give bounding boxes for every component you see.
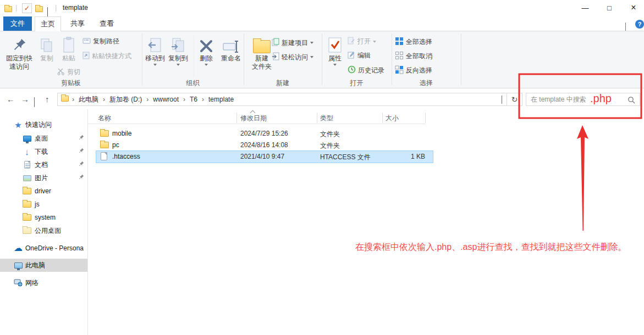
column-divider[interactable] bbox=[236, 113, 237, 123]
minimize-button[interactable]: — bbox=[575, 0, 595, 15]
history-button[interactable]: 历史记录 bbox=[348, 65, 384, 75]
sidebar-item-onedrive[interactable]: ☁ OneDrive - Persona bbox=[0, 242, 87, 255]
column-header-size[interactable]: 大小 bbox=[386, 114, 399, 123]
sidebar-item-driver[interactable]: driver bbox=[0, 185, 87, 198]
invert-selection-button[interactable]: 反向选择 bbox=[395, 65, 432, 76]
sidebar-item-downloads[interactable]: ↓ 下载 bbox=[0, 145, 87, 158]
folder-icon bbox=[22, 201, 32, 208]
crumb-wwwroot[interactable]: wwwroot bbox=[150, 96, 182, 103]
search-icon[interactable] bbox=[628, 96, 635, 106]
easy-access-button[interactable]: 轻松访问 bbox=[272, 52, 313, 62]
open-button[interactable]: 打开 bbox=[348, 37, 376, 46]
file-date: 2024/8/16 14:08 bbox=[240, 141, 288, 149]
properties-icon bbox=[328, 34, 342, 53]
copy-path-button[interactable]: 复制路径 bbox=[82, 37, 119, 46]
sidebar-item-quick-access[interactable]: ★ 快速访问 bbox=[0, 118, 87, 131]
delete-button[interactable]: 删除 bbox=[196, 34, 217, 66]
properties-button[interactable]: 属性 bbox=[323, 34, 346, 66]
qat-properties-icon[interactable]: ✓ bbox=[22, 3, 32, 13]
ribbon: 固定到快 速访问 复制 粘贴 剪切 复制路径 bbox=[0, 31, 644, 88]
tab-share[interactable]: 共享 bbox=[64, 16, 91, 31]
paste-shortcut-button[interactable]: 粘贴快捷方式 bbox=[82, 51, 131, 61]
move-to-button[interactable]: 移动到 bbox=[143, 34, 167, 66]
rename-button[interactable]: 重命名 bbox=[218, 34, 244, 63]
sidebar-item-desktop[interactable]: 桌面 bbox=[0, 132, 87, 145]
tab-view[interactable]: 查看 bbox=[93, 16, 120, 31]
folder-icon bbox=[22, 214, 32, 221]
copy-icon bbox=[40, 34, 54, 53]
table-row-selected[interactable]: .htaccess 2021/4/10 9:47 HTACCESS 文件 1 K… bbox=[96, 151, 433, 163]
recent-locations-chevron-icon[interactable] bbox=[34, 97, 35, 107]
tab-file[interactable]: 文件 bbox=[3, 16, 32, 31]
paste-button[interactable]: 粘贴 bbox=[57, 34, 80, 63]
sidebar-item-public-desktop[interactable]: 公用桌面 bbox=[0, 224, 87, 237]
file-type: 文件夹 bbox=[320, 130, 340, 139]
back-button[interactable]: ← bbox=[7, 94, 15, 104]
pin-to-quick-access-button[interactable]: 固定到快 速访问 bbox=[3, 34, 35, 71]
refresh-button[interactable]: ↻ bbox=[507, 93, 522, 106]
new-item-button[interactable]: 新建项目 bbox=[272, 38, 313, 48]
navigation-pane: ★ 快速访问 桌面 ↓ 下载 文档 图片 driver j bbox=[0, 109, 87, 335]
file-icon bbox=[101, 152, 107, 162]
help-button[interactable]: ? bbox=[635, 20, 644, 29]
address-dropdown-chevron-icon[interactable] bbox=[502, 96, 502, 103]
paste-shortcut-icon bbox=[82, 51, 90, 61]
column-header-type[interactable]: 类型 bbox=[320, 114, 333, 123]
maximize-button[interactable]: □ bbox=[599, 0, 619, 15]
forward-button[interactable]: → bbox=[21, 94, 29, 104]
this-pc-icon bbox=[13, 263, 23, 269]
breadcrumb[interactable]: › 此电脑 › 新加卷 (D:) › wwwroot › T6 › templa… bbox=[57, 93, 507, 106]
network-icon bbox=[13, 279, 23, 287]
sidebar-item-system[interactable]: system bbox=[0, 211, 87, 224]
crumb-this-pc[interactable]: 此电脑 bbox=[75, 95, 102, 104]
column-divider[interactable] bbox=[382, 113, 383, 123]
sidebar-item-pictures[interactable]: 图片 bbox=[0, 171, 87, 185]
address-folder-icon bbox=[61, 96, 69, 103]
folder-icon bbox=[22, 227, 32, 234]
file-name: pc bbox=[112, 141, 119, 149]
select-none-button[interactable]: 全部取消 bbox=[395, 51, 432, 62]
documents-icon bbox=[22, 161, 32, 169]
edit-button[interactable]: 编辑 bbox=[348, 51, 371, 60]
copy-button[interactable]: 复制 bbox=[36, 34, 57, 63]
sidebar-item-network[interactable]: 网络 bbox=[0, 276, 87, 289]
column-divider[interactable] bbox=[425, 113, 426, 123]
crumb-drive-d[interactable]: 新加卷 (D:) bbox=[106, 95, 145, 104]
table-row[interactable]: pc 2024/8/16 14:08 文件夹 bbox=[88, 139, 426, 151]
up-button[interactable]: ↑ bbox=[45, 94, 49, 104]
tab-home[interactable]: 主页 bbox=[35, 16, 61, 31]
group-divider bbox=[461, 34, 461, 85]
annotation-instruction-text: 在搜索框中依次输入.php、.asp进行查找，查找到就把这些文件删除。 bbox=[355, 242, 626, 253]
delete-x-icon bbox=[199, 34, 213, 53]
column-divider[interactable] bbox=[317, 113, 317, 123]
crumb-t6[interactable]: T6 bbox=[186, 96, 201, 103]
qat-customize-chevron-icon[interactable] bbox=[47, 7, 48, 17]
pin-icon bbox=[78, 174, 84, 182]
copy-to-button[interactable]: 复制到 bbox=[166, 34, 190, 66]
file-name: mobile bbox=[112, 130, 131, 137]
column-header-date[interactable]: 修改日期 bbox=[240, 114, 267, 123]
file-date: 2024/7/29 15:26 bbox=[240, 130, 288, 137]
paste-icon bbox=[63, 34, 75, 53]
column-header-name[interactable]: 名称 bbox=[98, 114, 111, 123]
new-folder-icon bbox=[253, 34, 271, 53]
dropdown-arrow-icon bbox=[333, 64, 337, 66]
qat-newfolder-icon[interactable] bbox=[35, 4, 43, 14]
group-divider bbox=[392, 34, 392, 85]
column-headers: 名称 修改日期 类型 大小 bbox=[88, 111, 426, 124]
move-to-icon bbox=[147, 34, 163, 53]
sidebar-item-documents[interactable]: 文档 bbox=[0, 158, 87, 171]
crumb-template[interactable]: template bbox=[205, 96, 237, 103]
select-all-button[interactable]: 全部选择 bbox=[395, 37, 432, 47]
explorer-window: | ✓ | template — □ × 文件 主页 共享 查看 ? 固定到快 … bbox=[0, 0, 644, 335]
folder-icon bbox=[100, 142, 109, 150]
pictures-icon bbox=[22, 175, 32, 181]
close-button[interactable]: × bbox=[624, 0, 643, 15]
edit-icon bbox=[348, 51, 355, 60]
cut-button[interactable]: 剪切 bbox=[57, 68, 80, 77]
sidebar-item-this-pc[interactable]: 此电脑 bbox=[0, 259, 87, 272]
table-row[interactable]: mobile 2024/7/29 15:26 文件夹 bbox=[88, 128, 426, 139]
sidebar-item-js[interactable]: js bbox=[0, 198, 87, 211]
group-label-select: 选择 bbox=[392, 79, 461, 88]
dropdown-arrow-icon bbox=[153, 64, 157, 66]
